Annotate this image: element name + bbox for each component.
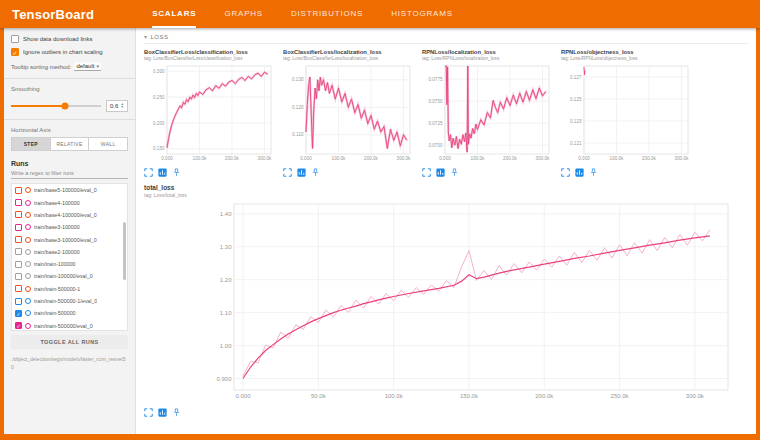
run-checkbox[interactable]: ✓ <box>15 310 22 317</box>
run-checkbox[interactable] <box>15 224 22 231</box>
run-row[interactable]: ✓train/train-500000/eval_0 <box>12 319 127 331</box>
chart-toolbar <box>561 168 692 177</box>
pin-icon[interactable] <box>172 168 181 177</box>
stepper-icon[interactable]: ▲▼ <box>120 103 123 109</box>
run-color-circle[interactable] <box>25 261 31 267</box>
svg-text:300.0k: 300.0k <box>258 156 272 161</box>
tag-group-label: LOSS <box>151 34 169 40</box>
expand-icon[interactable] <box>144 408 153 417</box>
expand-icon[interactable] <box>144 168 153 177</box>
run-color-circle[interactable] <box>25 298 31 304</box>
svg-text:100.0k: 100.0k <box>471 156 485 161</box>
expand-icon[interactable] <box>283 168 292 177</box>
run-color-circle[interactable] <box>25 249 31 255</box>
chart-title: BoxClassifierLoss/localization_loss <box>283 49 414 55</box>
axis-step-button[interactable]: STEP <box>11 137 51 151</box>
svg-text:300.0k: 300.0k <box>686 393 705 399</box>
run-checkbox[interactable] <box>15 261 22 268</box>
run-color-circle[interactable] <box>25 200 31 206</box>
run-checkbox[interactable] <box>15 285 22 292</box>
tooltip-sort-value: default <box>76 63 94 69</box>
unchecked-checkbox[interactable] <box>11 35 19 43</box>
fit-domain-icon[interactable] <box>158 408 167 417</box>
total-loss-chart[interactable]: 0.9001.001.101.201.301.400.00050.0k100.0… <box>144 200 748 405</box>
line-chart[interactable]: 0.1500.2000.2500.3000.000100.0k200.0k300… <box>144 63 275 165</box>
run-color-circle[interactable] <box>25 323 31 329</box>
run-label: train/train-500000-1 <box>34 286 80 292</box>
run-label: train/base5-100000/eval_0 <box>34 187 97 193</box>
tab-scalars[interactable]: SCALARS <box>152 0 196 28</box>
smoothing-value-box[interactable]: 0.6 ▲▼ <box>106 100 128 112</box>
tab-distributions[interactable]: DISTRIBUTIONS <box>291 0 363 28</box>
run-row[interactable]: train/train-500000-1 <box>12 283 127 295</box>
toggle-all-runs-button[interactable]: TOGGLE ALL RUNS <box>11 335 128 349</box>
run-row[interactable]: train/train-100000/eval_0 <box>12 270 127 282</box>
tab-histograms[interactable]: HISTOGRAMS <box>391 0 453 28</box>
axis-relative-button[interactable]: RELATIVE <box>51 137 90 151</box>
chart-tag: tag: Loss/RPNLoss/objectness_loss <box>561 56 692 61</box>
svg-text:0.123: 0.123 <box>570 119 582 124</box>
run-row[interactable]: train/base4-100000/eval_0 <box>12 209 127 221</box>
run-row[interactable]: train/base3-100000 <box>12 221 127 233</box>
caret-down-icon[interactable]: ▾ <box>144 33 148 40</box>
svg-text:250.0k: 250.0k <box>611 393 630 399</box>
pin-icon[interactable] <box>450 168 459 177</box>
tooltip-sort-dropdown[interactable]: default ▾ <box>74 62 101 71</box>
chevron-down-icon: ▾ <box>96 63 99 69</box>
run-row[interactable]: train/train-500000-1/eval_0 <box>12 295 127 307</box>
run-label: train/train-500000 <box>34 310 76 316</box>
run-color-circle[interactable] <box>25 212 31 218</box>
runs-list-scrollbar[interactable] <box>123 222 126 280</box>
run-color-circle[interactable] <box>25 187 31 193</box>
line-chart[interactable]: 0.07000.07250.07500.07750.000100.0k200.0… <box>422 63 553 165</box>
run-label: train/train-100000 <box>34 261 76 267</box>
run-row[interactable]: train/train-100000 <box>12 258 127 270</box>
run-color-circle[interactable] <box>25 224 31 230</box>
chart-toolbar <box>422 168 553 177</box>
line-chart[interactable]: 0.1210.1230.1250.1270.000100.0k200.0k300… <box>561 63 692 165</box>
tag-group-header[interactable]: ▾ LOSS <box>144 31 748 44</box>
chart-toolbar <box>283 168 414 177</box>
run-row[interactable]: train/base4-100000 <box>12 196 127 208</box>
fit-domain-icon[interactable] <box>158 168 167 177</box>
expand-icon[interactable] <box>422 168 431 177</box>
run-checkbox[interactable] <box>15 248 22 255</box>
expand-icon[interactable] <box>561 168 570 177</box>
runs-filter-input[interactable] <box>11 167 128 179</box>
run-color-circle[interactable] <box>25 310 31 316</box>
svg-text:100.0k: 100.0k <box>385 393 404 399</box>
fit-domain-icon[interactable] <box>436 168 445 177</box>
app-body: Show data download links✓Ignore outliers… <box>4 28 756 434</box>
pin-icon[interactable] <box>589 168 598 177</box>
run-checkbox[interactable] <box>15 199 22 206</box>
smoothing-slider-thumb[interactable] <box>62 103 69 110</box>
run-checkbox[interactable] <box>15 298 22 305</box>
run-color-circle[interactable] <box>25 237 31 243</box>
checked-checkbox[interactable]: ✓ <box>11 48 19 56</box>
pin-icon[interactable] <box>311 168 320 177</box>
run-row[interactable]: train/base2-100000 <box>12 246 127 258</box>
smoothing-slider[interactable] <box>11 105 101 107</box>
run-checkbox[interactable] <box>15 187 22 194</box>
chart-title: BoxClassifierLoss/classification_loss <box>144 49 275 55</box>
run-row[interactable]: train/base3-100000/eval_0 <box>12 233 127 245</box>
fit-domain-icon[interactable] <box>297 168 306 177</box>
run-checkbox[interactable] <box>15 211 22 218</box>
fit-domain-icon[interactable] <box>575 168 584 177</box>
option-row[interactable]: ✓Ignore outliers in chart scaling <box>11 48 128 56</box>
pin-icon[interactable] <box>172 408 181 417</box>
run-row[interactable]: ✓train/train-500000 <box>12 307 127 319</box>
run-color-circle[interactable] <box>25 273 31 279</box>
line-chart[interactable]: 0.1100.1200.1300.000100.0k200.0k300.0k <box>283 63 414 165</box>
runs-label: Runs <box>11 160 128 167</box>
tab-graphs[interactable]: GRAPHS <box>224 0 263 28</box>
run-checkbox[interactable] <box>15 273 22 280</box>
svg-text:0.300: 0.300 <box>153 69 165 74</box>
axis-wall-button[interactable]: WALL <box>89 137 128 151</box>
run-row[interactable]: train/base5-100000/eval_0 <box>12 184 127 196</box>
option-row[interactable]: Show data download links <box>11 35 128 43</box>
cards-row: BoxClassifierLoss/classification_losstag… <box>144 49 748 177</box>
run-checkbox[interactable]: ✓ <box>15 322 22 329</box>
run-checkbox[interactable] <box>15 236 22 243</box>
run-color-circle[interactable] <box>25 286 31 292</box>
